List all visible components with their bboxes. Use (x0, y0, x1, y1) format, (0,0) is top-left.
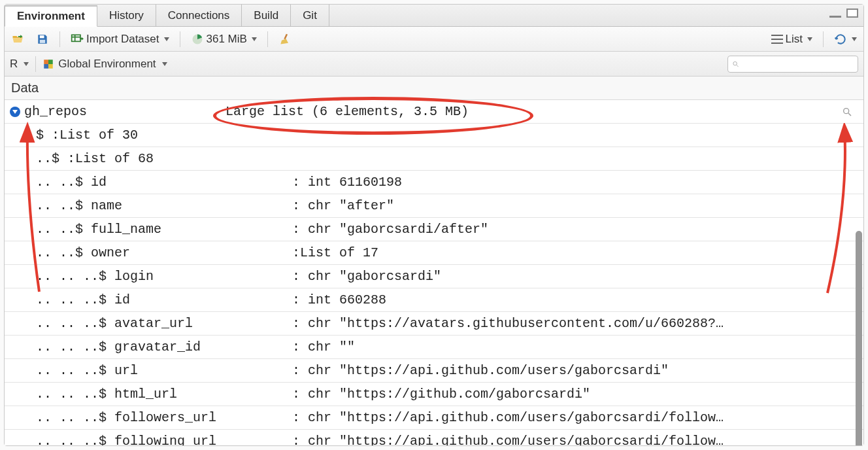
list-item: $ :List of 30 (5, 124, 863, 147)
row-name: .. .. ..$ url (36, 363, 138, 378)
list-item: .. ..$ full_name: chr "gaborcsardi/after… (5, 218, 863, 241)
memory-usage-button[interactable]: 361 MiB (188, 31, 259, 47)
svg-line-12 (737, 65, 739, 67)
tab-build[interactable]: Build (242, 5, 291, 26)
minimize-icon[interactable] (829, 9, 841, 18)
folder-open-icon (11, 33, 24, 46)
svg-rect-10 (48, 64, 53, 69)
grid-import-icon (71, 33, 84, 46)
list-item: .. .. ..$ gravatar_id: chr "" (5, 336, 863, 359)
list-item: .. .. ..$ html_url: chr "https://github.… (5, 383, 863, 406)
row-value: : chr "after" (292, 198, 394, 213)
row-value: : chr "https://github.com/gaborcsardi" (292, 387, 590, 402)
row-value: : chr "https://api.github.com/users/gabo… (292, 363, 669, 378)
svg-point-13 (844, 108, 849, 113)
row-name: .. .. ..$ gravatar_id (36, 339, 201, 355)
environment-scope-label: Global Environment (58, 58, 156, 71)
svg-rect-0 (40, 35, 44, 38)
svg-rect-2 (72, 35, 80, 41)
list-item: .. .. ..$ id: int 660288 (5, 288, 863, 312)
row-text: $ :List of 30 (36, 128, 138, 143)
list-item: .. .. ..$ login: chr "gaborcsardi" (5, 265, 863, 288)
svg-line-14 (848, 113, 851, 116)
row-value: : chr "https://api.github.com/users/gabo… (292, 434, 724, 445)
row-value: : int 660288 (292, 292, 386, 307)
caret-down-icon (164, 37, 169, 41)
svg-rect-9 (44, 64, 49, 69)
row-name: .. .. ..$ following_url (36, 434, 216, 445)
tab-git[interactable]: Git (291, 5, 329, 26)
environment-scope-select[interactable]: Global Environment (42, 58, 167, 71)
env-scope-bar: R Global Environment (5, 52, 863, 77)
row-value: : chr "https://avatars.githubusercontent… (292, 316, 724, 331)
environment-search-input[interactable] (739, 59, 854, 69)
row-value: : chr "gaborcsardi/after" (292, 222, 488, 237)
language-select[interactable]: R (10, 58, 29, 71)
import-dataset-button[interactable]: Import Dataset (68, 31, 172, 47)
broom-icon (278, 33, 292, 46)
caret-down-icon (252, 37, 257, 41)
inspect-object-button[interactable] (836, 107, 858, 117)
row-name: .. .. ..$ followers_url (36, 410, 216, 425)
caret-down-icon (162, 62, 167, 66)
list-item: .. .. ..$ url: chr "https://api.github.c… (5, 359, 863, 383)
svg-rect-7 (44, 60, 49, 64)
search-icon (732, 59, 739, 69)
row-name: .. ..$ full_name (36, 222, 161, 237)
pie-icon (191, 33, 204, 46)
object-name: gh_repos (24, 104, 87, 119)
search-icon (842, 107, 852, 117)
row-name: .. .. ..$ id (36, 292, 130, 307)
row-name: .. .. ..$ login (36, 269, 154, 284)
clear-workspace-button[interactable] (276, 31, 294, 47)
environment-search[interactable] (727, 56, 858, 73)
row-name: .. ..$ name (36, 198, 122, 213)
svg-point-11 (733, 61, 737, 65)
language-label: R (10, 58, 18, 71)
list-item: .. ..$ owner:List of 17 (5, 241, 863, 265)
object-summary: Large list (6 elements, 3.5 MB) (225, 104, 836, 119)
tab-strip: Environment History Connections Build Gi… (5, 5, 863, 27)
view-mode-select[interactable]: List (769, 31, 815, 47)
row-value: : chr "" (292, 339, 355, 355)
env-toolbar: Import Dataset 361 MiB List (5, 27, 863, 52)
save-icon (36, 33, 49, 46)
list-icon (771, 35, 783, 44)
refresh-icon (834, 33, 847, 46)
list-item: .. ..$ name: chr "after" (5, 194, 863, 218)
list-item: ..$ :List of 68 (5, 147, 863, 171)
row-name: .. ..$ owner (36, 245, 130, 260)
object-row[interactable]: gh_repos Large list (6 elements, 3.5 MB) (5, 100, 863, 124)
view-mode-label: List (786, 33, 803, 46)
load-workspace-button[interactable] (8, 31, 27, 47)
caret-down-icon (807, 37, 812, 41)
save-workspace-button[interactable] (33, 31, 52, 47)
memory-label: 361 MiB (207, 33, 247, 46)
tab-environment[interactable]: Environment (5, 5, 97, 27)
data-section-header: Data (5, 77, 863, 100)
caret-down-icon (852, 37, 857, 41)
import-dataset-label: Import Dataset (86, 33, 159, 46)
row-name: .. ..$ id (36, 175, 107, 190)
list-item: .. .. ..$ followers_url: chr "https://ap… (5, 406, 863, 430)
row-name: .. .. ..$ html_url (36, 387, 177, 402)
list-item: .. .. ..$ following_url: chr "https://ap… (5, 430, 863, 445)
tab-connections[interactable]: Connections (156, 5, 242, 26)
caret-down-icon (24, 62, 29, 66)
package-icon (42, 58, 54, 70)
row-text: ..$ :List of 68 (36, 151, 154, 166)
svg-rect-1 (40, 39, 45, 43)
maximize-icon[interactable] (846, 9, 858, 18)
row-value: : int 61160198 (292, 175, 402, 190)
expand-toggle-icon[interactable] (10, 107, 20, 117)
row-value: : chr "gaborcsardi" (292, 269, 441, 284)
list-item: .. .. ..$ avatar_url: chr "https://avata… (5, 312, 863, 336)
environment-panel: Environment History Connections Build Gi… (4, 4, 864, 446)
tab-history[interactable]: History (97, 5, 156, 26)
svg-rect-8 (48, 60, 53, 64)
svg-rect-6 (284, 33, 288, 39)
scrollbar[interactable] (856, 231, 862, 445)
refresh-button[interactable] (831, 31, 860, 47)
row-value: :List of 17 (292, 245, 378, 260)
environment-data-area: Data gh_repos Large list (6 elements, 3.… (5, 77, 863, 445)
